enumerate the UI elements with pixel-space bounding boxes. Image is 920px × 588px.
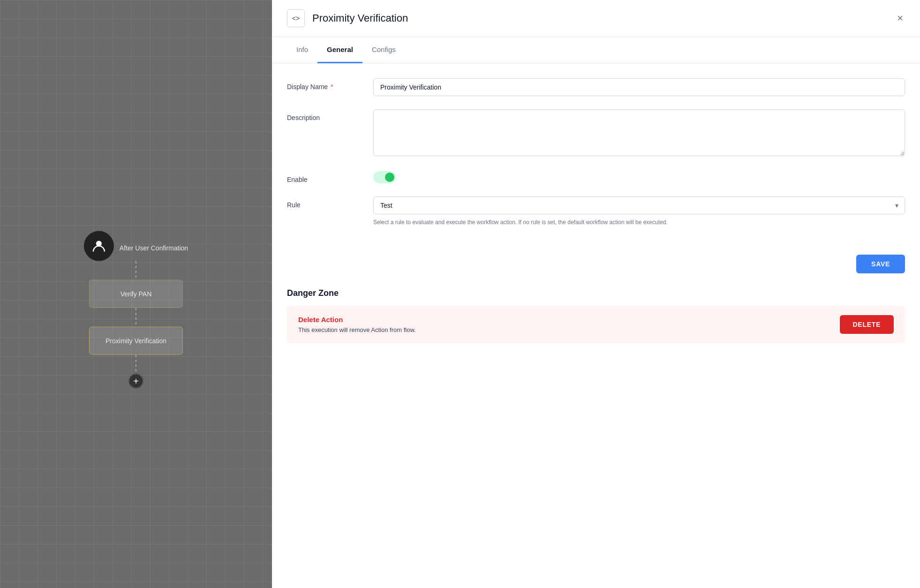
danger-card: Delete Action This execution will remove… bbox=[287, 306, 905, 343]
connector-2 bbox=[136, 308, 136, 327]
panel-title: Proximity Verification bbox=[312, 12, 408, 24]
panel-header: <> Proximity Verification × bbox=[272, 0, 920, 37]
description-control bbox=[373, 109, 905, 158]
rule-label: Rule bbox=[287, 196, 362, 209]
user-node-icon bbox=[84, 231, 114, 261]
display-name-row: Display Name * bbox=[287, 78, 905, 96]
delete-action-title: Delete Action bbox=[298, 316, 416, 324]
header-left: <> Proximity Verification bbox=[287, 9, 408, 27]
code-icon: <> bbox=[292, 15, 300, 22]
rule-control: Test ▾ Select a rule to evaluate and exe… bbox=[373, 196, 905, 226]
delete-action-desc: This execution will remove Action from f… bbox=[298, 326, 416, 333]
required-indicator: * bbox=[331, 83, 333, 90]
close-icon: × bbox=[897, 12, 903, 24]
display-name-input[interactable] bbox=[373, 78, 905, 96]
tabs-row: Info General Configs bbox=[272, 37, 920, 63]
danger-zone-title: Danger Zone bbox=[287, 288, 905, 298]
description-row: Description bbox=[287, 109, 905, 158]
save-row: SAVE bbox=[272, 255, 920, 288]
detail-panel: <> Proximity Verification × Info General… bbox=[272, 0, 920, 588]
tab-configs[interactable]: Configs bbox=[362, 37, 405, 63]
close-button[interactable]: × bbox=[895, 11, 905, 25]
code-icon-button[interactable]: <> bbox=[287, 9, 305, 27]
verify-pan-node[interactable]: Verify PAN bbox=[89, 280, 183, 308]
danger-card-content: Delete Action This execution will remove… bbox=[298, 316, 416, 333]
toggle-knob bbox=[385, 173, 394, 182]
form-section: Display Name * Description Enable bbox=[272, 63, 920, 255]
rule-hint: Select a rule to evaluate and execute th… bbox=[373, 218, 905, 226]
rule-row: Rule Test ▾ Select a rule to evaluate an… bbox=[287, 196, 905, 226]
tab-info[interactable]: Info bbox=[287, 37, 317, 63]
enable-label: Enable bbox=[287, 171, 362, 183]
rule-select[interactable]: Test bbox=[373, 196, 905, 214]
enable-control bbox=[373, 171, 905, 183]
enable-row: Enable bbox=[287, 171, 905, 183]
display-name-label: Display Name * bbox=[287, 78, 362, 90]
tab-general[interactable]: General bbox=[317, 37, 362, 63]
description-input[interactable] bbox=[373, 109, 905, 156]
connector-1 bbox=[136, 261, 136, 280]
rule-select-wrap: Test ▾ bbox=[373, 196, 905, 214]
danger-section: Danger Zone Delete Action This execution… bbox=[272, 288, 920, 358]
workflow-canvas: After User Confirmation Verify PAN Proxi… bbox=[0, 0, 272, 588]
enable-toggle[interactable] bbox=[373, 171, 396, 183]
proximity-node[interactable]: Proximity Verification bbox=[89, 327, 183, 355]
add-node-button[interactable]: + bbox=[128, 374, 143, 389]
connector-3 bbox=[136, 355, 136, 374]
delete-button[interactable]: DELETE bbox=[840, 315, 894, 334]
description-label: Description bbox=[287, 109, 362, 121]
toggle-wrap bbox=[373, 171, 905, 183]
display-name-control bbox=[373, 78, 905, 96]
user-node-label: After User Confirmation bbox=[120, 244, 188, 252]
save-button[interactable]: SAVE bbox=[856, 255, 905, 273]
